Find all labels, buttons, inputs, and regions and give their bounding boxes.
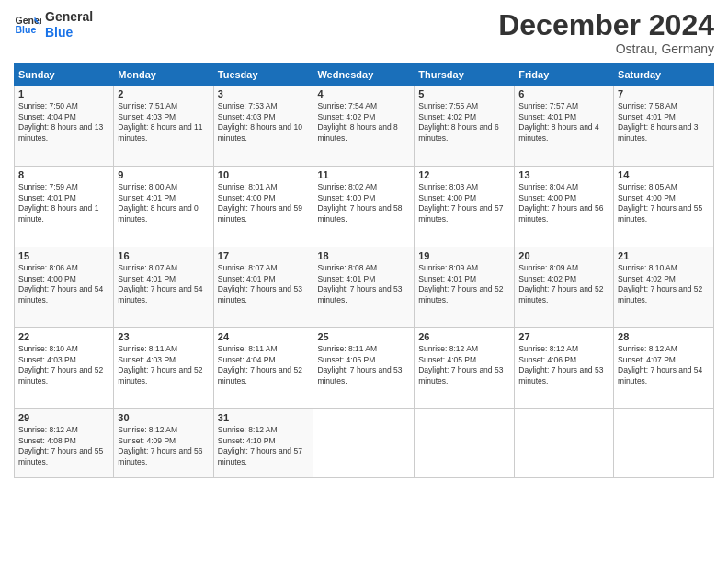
page: General Blue General Blue December 2024 … xyxy=(0,0,728,563)
day-info: Sunrise: 8:11 AMSunset: 4:04 PMDaylight:… xyxy=(218,344,302,385)
day-number: 23 xyxy=(118,331,209,342)
day-info: Sunrise: 8:08 AMSunset: 4:01 PMDaylight:… xyxy=(317,263,402,304)
title-block: December 2024 Ostrau, Germany xyxy=(498,9,714,56)
table-row: 7 Sunrise: 7:58 AMSunset: 4:01 PMDayligh… xyxy=(614,86,714,167)
table-row: 23 Sunrise: 8:11 AMSunset: 4:03 PMDaylig… xyxy=(114,328,213,409)
table-row: 20 Sunrise: 8:09 AMSunset: 4:02 PMDaylig… xyxy=(515,247,614,328)
day-number: 19 xyxy=(418,250,510,261)
table-row: 6 Sunrise: 7:57 AMSunset: 4:01 PMDayligh… xyxy=(515,86,614,167)
table-row: 30 Sunrise: 8:12 AMSunset: 4:09 PMDaylig… xyxy=(114,409,213,478)
logo-icon: General Blue xyxy=(14,11,41,39)
day-number: 11 xyxy=(317,169,410,180)
logo-blue: Blue xyxy=(45,25,93,40)
day-info: Sunrise: 8:12 AMSunset: 4:09 PMDaylight:… xyxy=(118,425,202,465)
table-row: 12 Sunrise: 8:03 AMSunset: 4:00 PMDaylig… xyxy=(415,167,515,247)
day-info: Sunrise: 8:10 AMSunset: 4:03 PMDaylight:… xyxy=(18,344,103,385)
day-info: Sunrise: 7:54 AMSunset: 4:02 PMDaylight:… xyxy=(317,101,397,142)
day-number: 6 xyxy=(518,88,609,99)
day-number: 3 xyxy=(218,88,310,99)
logo-general: General xyxy=(45,9,93,25)
day-info: Sunrise: 8:00 AMSunset: 4:01 PMDaylight:… xyxy=(118,182,198,223)
day-info: Sunrise: 8:09 AMSunset: 4:01 PMDaylight:… xyxy=(418,263,503,304)
day-number: 4 xyxy=(317,88,410,99)
table-row: 13 Sunrise: 8:04 AMSunset: 4:00 PMDaylig… xyxy=(515,167,614,247)
day-info: Sunrise: 7:50 AMSunset: 4:04 PMDaylight:… xyxy=(18,101,103,142)
day-info: Sunrise: 8:03 AMSunset: 4:00 PMDaylight:… xyxy=(418,182,503,223)
table-row: 1 Sunrise: 7:50 AMSunset: 4:04 PMDayligh… xyxy=(15,86,114,167)
day-info: Sunrise: 8:07 AMSunset: 4:01 PMDaylight:… xyxy=(118,263,202,304)
table-row: 31 Sunrise: 8:12 AMSunset: 4:10 PMDaylig… xyxy=(213,409,313,478)
table-row: 9 Sunrise: 8:00 AMSunset: 4:01 PMDayligh… xyxy=(114,167,213,247)
day-info: Sunrise: 7:51 AMSunset: 4:03 PMDaylight:… xyxy=(118,101,202,142)
table-row: 22 Sunrise: 8:10 AMSunset: 4:03 PMDaylig… xyxy=(15,328,114,409)
day-number: 18 xyxy=(317,250,410,261)
table-row xyxy=(313,409,415,478)
table-row: 8 Sunrise: 7:59 AMSunset: 4:01 PMDayligh… xyxy=(15,167,114,247)
day-number: 22 xyxy=(18,331,109,342)
day-number: 20 xyxy=(518,250,609,261)
day-info: Sunrise: 7:57 AMSunset: 4:01 PMDaylight:… xyxy=(518,101,598,142)
day-info: Sunrise: 7:55 AMSunset: 4:02 PMDaylight:… xyxy=(418,101,498,142)
table-row: 29 Sunrise: 8:12 AMSunset: 4:08 PMDaylig… xyxy=(15,409,114,478)
table-row: 5 Sunrise: 7:55 AMSunset: 4:02 PMDayligh… xyxy=(415,86,515,167)
table-row: 25 Sunrise: 8:11 AMSunset: 4:05 PMDaylig… xyxy=(313,328,415,409)
table-row: 27 Sunrise: 8:12 AMSunset: 4:06 PMDaylig… xyxy=(515,328,614,409)
table-row: 26 Sunrise: 8:12 AMSunset: 4:05 PMDaylig… xyxy=(415,328,515,409)
table-row: 21 Sunrise: 8:10 AMSunset: 4:02 PMDaylig… xyxy=(614,247,714,328)
day-info: Sunrise: 7:53 AMSunset: 4:03 PMDaylight:… xyxy=(218,101,302,142)
day-number: 15 xyxy=(18,250,109,261)
table-row: 11 Sunrise: 8:02 AMSunset: 4:00 PMDaylig… xyxy=(313,167,415,247)
day-info: Sunrise: 8:09 AMSunset: 4:02 PMDaylight:… xyxy=(518,263,603,304)
table-row: 14 Sunrise: 8:05 AMSunset: 4:00 PMDaylig… xyxy=(614,167,714,247)
day-number: 30 xyxy=(118,412,209,423)
day-number: 10 xyxy=(218,169,310,180)
col-header-sunday: Sunday xyxy=(15,64,114,86)
table-row: 19 Sunrise: 8:09 AMSunset: 4:01 PMDaylig… xyxy=(415,247,515,328)
col-header-monday: Monday xyxy=(114,64,213,86)
day-number: 9 xyxy=(118,169,209,180)
calendar-table: SundayMondayTuesdayWednesdayThursdayFrid… xyxy=(14,63,714,478)
table-row xyxy=(614,409,714,478)
day-info: Sunrise: 8:12 AMSunset: 4:06 PMDaylight:… xyxy=(518,344,603,385)
location: Ostrau, Germany xyxy=(498,41,714,56)
day-number: 5 xyxy=(418,88,510,99)
day-number: 2 xyxy=(118,88,209,99)
table-row: 15 Sunrise: 8:06 AMSunset: 4:00 PMDaylig… xyxy=(15,247,114,328)
day-info: Sunrise: 8:01 AMSunset: 4:00 PMDaylight:… xyxy=(218,182,302,223)
month-title: December 2024 xyxy=(498,9,714,41)
day-info: Sunrise: 8:12 AMSunset: 4:10 PMDaylight:… xyxy=(218,425,302,465)
day-number: 28 xyxy=(618,331,710,342)
svg-text:Blue: Blue xyxy=(16,24,37,35)
day-info: Sunrise: 8:06 AMSunset: 4:00 PMDaylight:… xyxy=(18,263,103,304)
table-row: 24 Sunrise: 8:11 AMSunset: 4:04 PMDaylig… xyxy=(213,328,313,409)
table-row: 2 Sunrise: 7:51 AMSunset: 4:03 PMDayligh… xyxy=(114,86,213,167)
day-number: 17 xyxy=(218,250,310,261)
table-row: 18 Sunrise: 8:08 AMSunset: 4:01 PMDaylig… xyxy=(313,247,415,328)
day-number: 8 xyxy=(18,169,109,180)
day-info: Sunrise: 8:12 AMSunset: 4:05 PMDaylight:… xyxy=(418,344,503,385)
table-row xyxy=(515,409,614,478)
table-row: 4 Sunrise: 7:54 AMSunset: 4:02 PMDayligh… xyxy=(313,86,415,167)
day-number: 31 xyxy=(218,412,310,423)
day-info: Sunrise: 8:02 AMSunset: 4:00 PMDaylight:… xyxy=(317,182,402,223)
day-info: Sunrise: 8:07 AMSunset: 4:01 PMDaylight:… xyxy=(218,263,302,304)
day-info: Sunrise: 8:04 AMSunset: 4:00 PMDaylight:… xyxy=(518,182,603,223)
header: General Blue General Blue December 2024 … xyxy=(14,9,714,56)
day-number: 16 xyxy=(118,250,209,261)
day-number: 1 xyxy=(18,88,109,99)
day-info: Sunrise: 8:12 AMSunset: 4:08 PMDaylight:… xyxy=(18,425,103,465)
table-row: 10 Sunrise: 8:01 AMSunset: 4:00 PMDaylig… xyxy=(213,167,313,247)
day-number: 13 xyxy=(518,169,609,180)
col-header-saturday: Saturday xyxy=(614,64,714,86)
day-info: Sunrise: 8:11 AMSunset: 4:05 PMDaylight:… xyxy=(317,344,402,385)
day-number: 14 xyxy=(618,169,710,180)
day-info: Sunrise: 8:12 AMSunset: 4:07 PMDaylight:… xyxy=(618,344,702,385)
day-number: 29 xyxy=(18,412,109,423)
col-header-tuesday: Tuesday xyxy=(213,64,313,86)
day-info: Sunrise: 8:05 AMSunset: 4:00 PMDaylight:… xyxy=(618,182,702,223)
table-row: 3 Sunrise: 7:53 AMSunset: 4:03 PMDayligh… xyxy=(213,86,313,167)
day-info: Sunrise: 7:59 AMSunset: 4:01 PMDaylight:… xyxy=(18,182,98,223)
day-number: 26 xyxy=(418,331,510,342)
table-row: 16 Sunrise: 8:07 AMSunset: 4:01 PMDaylig… xyxy=(114,247,213,328)
day-number: 21 xyxy=(618,250,710,261)
